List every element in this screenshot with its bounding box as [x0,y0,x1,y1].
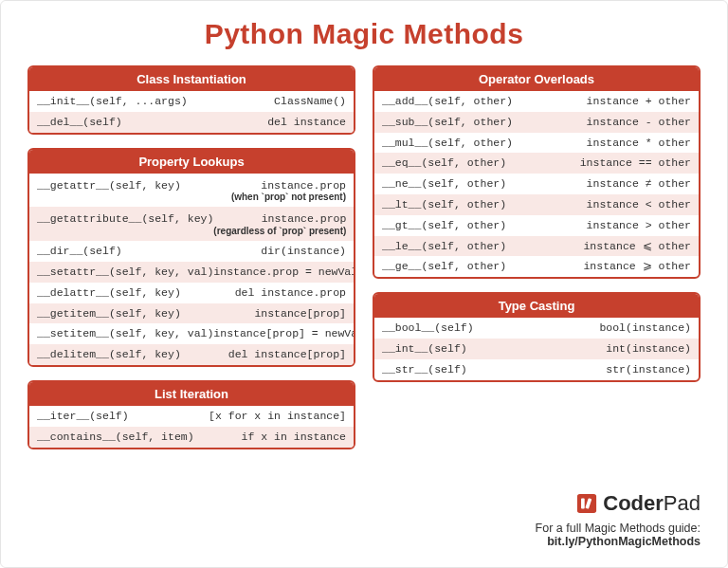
table-row: __ge__(self, other) instance ⩾ other [374,256,699,277]
table-row: __delitem__(self, key) del instance[prop… [29,344,354,365]
brand-name: CoderPad [603,491,701,516]
method-usage: instance[prop] = newVal [213,327,355,340]
table-row: __delattr__(self, key) del instance.prop [29,283,354,303]
table-row: __setattr__(self, key, val) instance.pro… [29,262,354,283]
card-header: Operator Overloads [374,67,699,91]
method-signature: __dir__(self) [37,245,122,258]
page-title: Python Magic Methods [27,18,701,50]
footer-link: bit.ly/PythonMagicMethods [378,535,701,548]
table-row: __le__(self, other) instance ⩽ other [374,236,699,257]
table-row: __contains__(self, item) if x in instanc… [29,427,354,448]
table-row: __add__(self, other) instance + other [374,91,699,112]
method-signature: __delattr__(self, key) [37,286,181,300]
table-row: __bool__(self) bool(instance) [374,318,699,339]
table-row: __str__(self) str(instance) [374,359,699,380]
method-usage: instance.prop (regardless of `prop` pres… [213,212,346,237]
method-signature: __contains__(self, item) [37,431,194,444]
method-usage: bool(instance) [474,321,691,335]
method-signature: __le__(self, other) [382,240,506,253]
table-row: __gt__(self, other) instance > other [374,215,699,236]
method-usage: dir(instance) [122,245,346,258]
method-usage: instance < other [506,198,691,211]
card-header: Class Instantiation [29,67,354,91]
method-usage: del instance.prop [181,286,346,300]
method-usage: instance ≠ other [506,177,691,191]
table-row: __getattr__(self, key) instance.prop (wh… [29,174,354,208]
usage-text: instance.prop [262,212,347,225]
card-type-casting: Type Casting __bool__(self) bool(instanc… [373,292,701,381]
table-row: __init__(self, ...args) ClassName() [29,91,354,112]
method-signature: __bool__(self) [382,321,474,335]
table-row: __setitem__(self, key, val) instance[pro… [29,323,354,344]
method-signature: __str__(self) [382,363,467,376]
method-signature: __lt__(self, other) [382,198,506,211]
method-usage: instance.prop = newVal [213,266,355,279]
brand-light: Pad [664,491,701,515]
method-signature: __init__(self, ...args) [37,95,188,108]
table-row: __iter__(self) [x for x in instance] [29,406,354,427]
method-usage: int(instance) [467,342,691,356]
method-usage: [x for x in instance] [129,410,346,423]
left-column: Class Instantiation __init__(self, ...ar… [27,65,355,463]
method-usage: str(instance) [467,363,691,376]
cheatsheet-page: Python Magic Methods Class Instantiation… [0,0,728,568]
table-row: __ne__(self, other) instance ≠ other [374,174,699,194]
method-usage: instance ⩾ other [506,260,691,273]
footer: CoderPad For a full Magic Methods guide:… [378,491,701,548]
card-header: List Iteration [29,382,354,406]
card-list-iteration: List Iteration __iter__(self) [x for x i… [27,380,355,449]
method-usage: instance * other [513,137,691,150]
method-signature: __setattr__(self, key, val) [37,266,213,279]
method-signature: __getitem__(self, key) [37,307,181,321]
method-signature: __iter__(self) [37,410,129,423]
columns: Class Instantiation __init__(self, ...ar… [27,65,701,463]
svg-rect-1 [581,499,585,509]
method-signature: __getattribute__(self, key) [37,212,213,226]
method-signature: __ne__(self, other) [382,177,506,191]
brand: CoderPad [378,491,701,516]
card-property-lookups: Property Lookups __getattr__(self, key) … [27,148,355,367]
method-usage: del instance[prop] [181,348,346,361]
method-signature: __int__(self) [382,342,467,356]
method-usage: del instance [122,116,346,129]
method-usage: instance ⩽ other [506,240,691,253]
method-signature: __add__(self, other) [382,95,513,108]
method-signature: __getattr__(self, key) [37,179,181,192]
table-row: __sub__(self, other) instance - other [374,112,699,133]
card-class-instantiation: Class Instantiation __init__(self, ...ar… [27,65,355,135]
method-signature: __setitem__(self, key, val) [37,327,213,340]
card-header: Property Lookups [29,150,354,174]
table-row: __dir__(self) dir(instance) [29,241,354,262]
method-signature: __ge__(self, other) [382,260,506,273]
method-usage: instance > other [506,219,691,232]
card-header: Type Casting [374,294,699,318]
card-operator-overloads: Operator Overloads __add__(self, other) … [373,65,701,279]
right-column: Operator Overloads __add__(self, other) … [373,65,701,463]
method-usage: instance - other [513,116,691,129]
table-row: __getitem__(self, key) instance[prop] [29,303,354,324]
method-signature: __mul__(self, other) [382,137,513,150]
usage-note: (regardless of `prop` present) [213,226,346,237]
usage-note: (when `prop` not present) [181,192,346,203]
method-usage: ClassName() [188,95,346,108]
table-row: __int__(self) int(instance) [374,339,699,359]
coderpad-logo-icon [576,493,597,514]
method-usage: instance.prop (when `prop` not present) [181,179,346,204]
usage-text: instance.prop [261,179,346,192]
method-signature: __eq__(self, other) [382,156,506,170]
method-usage: instance == other [506,156,691,170]
method-signature: __del__(self) [37,116,122,129]
table-row: __eq__(self, other) instance == other [374,153,699,174]
table-row: __del__(self) del instance [29,112,354,133]
table-row: __lt__(self, other) instance < other [374,194,699,215]
brand-bold: Coder [603,491,664,515]
footer-caption: For a full Magic Methods guide: [378,522,701,535]
method-signature: __sub__(self, other) [382,116,513,129]
method-signature: __gt__(self, other) [382,219,506,232]
method-signature: __delitem__(self, key) [37,348,181,361]
method-usage: instance[prop] [181,307,346,321]
method-usage: instance + other [513,95,691,108]
table-row: __mul__(self, other) instance * other [374,133,699,154]
method-usage: if x in instance [194,431,346,444]
table-row: __getattribute__(self, key) instance.pro… [29,207,354,241]
